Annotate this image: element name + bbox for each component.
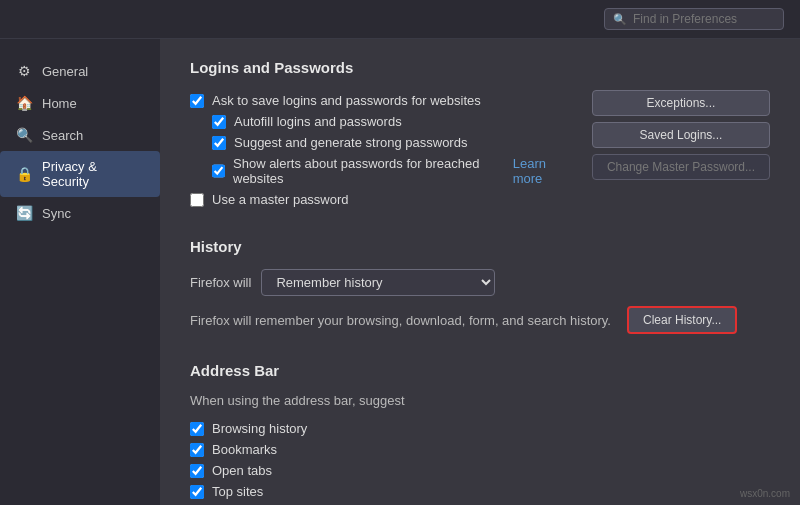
ask-to-save-checkbox[interactable] [190, 94, 204, 108]
open-tabs-checkbox[interactable] [190, 464, 204, 478]
sidebar-item-home[interactable]: 🏠 Home [0, 87, 160, 119]
bookmarks-label: Bookmarks [212, 442, 277, 457]
history-row: Firefox will Remember history Never reme… [190, 269, 770, 296]
sidebar: ⚙ General 🏠 Home 🔍 Search 🔒 Privacy & Se… [0, 39, 160, 505]
address-bar-section-title: Address Bar [190, 362, 770, 379]
bookmarks-row: Bookmarks [190, 439, 770, 460]
sidebar-item-general[interactable]: ⚙ General [0, 55, 160, 87]
master-password-row: Use a master password [190, 189, 572, 210]
sidebar-label-privacy: Privacy & Security [42, 159, 144, 189]
bookmarks-checkbox[interactable] [190, 443, 204, 457]
suggest-checkbox[interactable] [212, 136, 226, 150]
saved-logins-button[interactable]: Saved Logins... [592, 122, 770, 148]
history-section-title: History [190, 238, 770, 255]
main-layout: ⚙ General 🏠 Home 🔍 Search 🔒 Privacy & Se… [0, 39, 800, 505]
content-area: Logins and Passwords Ask to save logins … [160, 39, 800, 505]
preferences-search-input[interactable] [633, 12, 773, 26]
logins-row: Ask to save logins and passwords for web… [190, 90, 770, 210]
show-alerts-checkbox[interactable] [212, 164, 225, 178]
logins-section: Logins and Passwords Ask to save logins … [190, 59, 770, 210]
history-dropdown[interactable]: Remember history Never remember history … [261, 269, 495, 296]
sidebar-item-privacy[interactable]: 🔒 Privacy & Security [0, 151, 160, 197]
open-tabs-label: Open tabs [212, 463, 272, 478]
ask-to-save-row: Ask to save logins and passwords for web… [190, 90, 572, 111]
sidebar-label-search: Search [42, 128, 83, 143]
watermark: wsx0n.com [740, 488, 790, 499]
browsing-history-row: Browsing history [190, 418, 770, 439]
logins-section-title: Logins and Passwords [190, 59, 770, 76]
home-icon: 🏠 [16, 95, 32, 111]
suggest-label: Suggest and generate strong passwords [234, 135, 467, 150]
sidebar-item-sync[interactable]: 🔄 Sync [0, 197, 160, 229]
open-tabs-row: Open tabs [190, 460, 770, 481]
logins-checkboxes: Ask to save logins and passwords for web… [190, 90, 572, 210]
autofill-row: Autofill logins and passwords [212, 111, 572, 132]
ask-to-save-label: Ask to save logins and passwords for web… [212, 93, 481, 108]
sync-icon: 🔄 [16, 205, 32, 221]
top-sites-checkbox[interactable] [190, 485, 204, 499]
master-password-label: Use a master password [212, 192, 349, 207]
search-icon: 🔍 [613, 13, 627, 26]
search-nav-icon: 🔍 [16, 127, 32, 143]
sidebar-label-home: Home [42, 96, 77, 111]
change-master-button: Change Master Password... [592, 154, 770, 180]
autofill-label: Autofill logins and passwords [234, 114, 402, 129]
top-bar: 🔍 [0, 0, 800, 39]
firefox-will-label: Firefox will [190, 275, 251, 290]
history-section: History Firefox will Remember history Ne… [190, 238, 770, 334]
address-bar-subtitle: When using the address bar, suggest [190, 393, 770, 408]
suggest-row: Suggest and generate strong passwords [212, 132, 572, 153]
address-bar-section: Address Bar When using the address bar, … [190, 362, 770, 505]
search-box[interactable]: 🔍 [604, 8, 784, 30]
exceptions-button[interactable]: Exceptions... [592, 90, 770, 116]
top-sites-label: Top sites [212, 484, 263, 499]
logins-buttons: Exceptions... Saved Logins... Change Mas… [592, 90, 770, 180]
lock-icon: 🔒 [16, 166, 32, 182]
sidebar-label-general: General [42, 64, 88, 79]
history-description: Firefox will remember your browsing, dow… [190, 313, 611, 328]
autofill-checkbox[interactable] [212, 115, 226, 129]
sidebar-item-search[interactable]: 🔍 Search [0, 119, 160, 151]
clear-history-button[interactable]: Clear History... [627, 306, 737, 334]
learn-more-link[interactable]: Learn more [513, 156, 572, 186]
browsing-history-checkbox[interactable] [190, 422, 204, 436]
master-password-checkbox[interactable] [190, 193, 204, 207]
history-desc-row: Firefox will remember your browsing, dow… [190, 306, 770, 334]
show-alerts-label: Show alerts about passwords for breached… [233, 156, 501, 186]
top-sites-row: Top sites [190, 481, 770, 502]
browsing-history-label: Browsing history [212, 421, 307, 436]
sidebar-label-sync: Sync [42, 206, 71, 221]
show-alerts-row: Show alerts about passwords for breached… [212, 153, 572, 189]
general-icon: ⚙ [16, 63, 32, 79]
